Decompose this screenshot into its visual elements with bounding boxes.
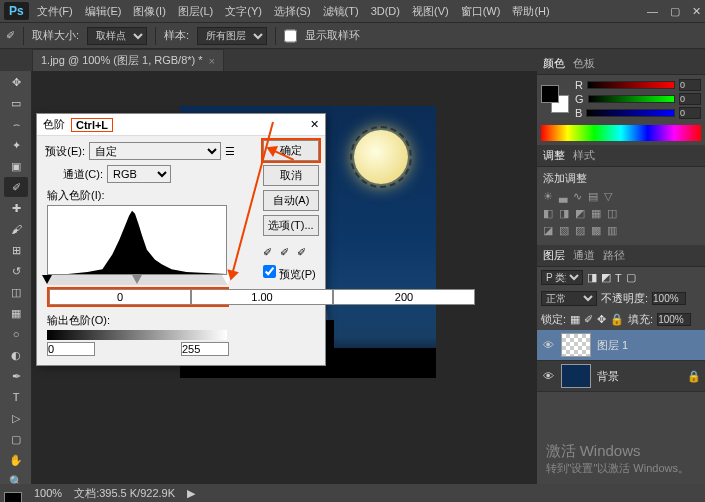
channel-select[interactable]: RGB [107,165,171,183]
shape-tool[interactable]: ▢ [4,429,28,449]
marquee-tool[interactable]: ▭ [4,93,28,113]
menu-file[interactable]: 文件(F) [37,4,73,19]
layer-name[interactable]: 背景 [597,369,619,384]
eyedropper-tool[interactable]: ✐ [4,177,28,197]
posterize-icon[interactable]: ▧ [559,224,569,237]
blur-tool[interactable]: ○ [4,324,28,344]
styles-tab[interactable]: 样式 [573,148,595,163]
menu-view[interactable]: 视图(V) [412,4,449,19]
preset-menu-icon[interactable]: ☰ [225,145,235,158]
crop-tool[interactable]: ▣ [4,156,28,176]
r-slider[interactable] [587,81,675,89]
menu-filter[interactable]: 滤镜(T) [323,4,359,19]
layer-thumb[interactable] [561,333,591,357]
sample-select[interactable]: 所有图层 [197,27,267,45]
menu-select[interactable]: 选择(S) [274,4,311,19]
swatches-tab[interactable]: 色板 [573,56,595,71]
lock-paint-icon[interactable]: ✐ [584,313,593,326]
input-slider[interactable] [47,275,227,285]
text-tool[interactable]: T [4,387,28,407]
sample-size-select[interactable]: 取样点 [87,27,147,45]
filter-icon-3[interactable]: T [615,272,622,284]
menu-layer[interactable]: 图层(L) [178,4,213,19]
gradient-map-icon[interactable]: ▩ [591,224,601,237]
vibrance-icon[interactable]: ▽ [604,190,612,203]
adjustments-tab[interactable]: 调整 [543,148,565,163]
maximize-icon[interactable]: ▢ [670,5,680,18]
layers-tab[interactable]: 图层 [543,248,565,263]
document-info[interactable]: 文档:395.5 K/922.9K [74,486,175,501]
auto-button[interactable]: 自动(A) [263,190,319,211]
menu-window[interactable]: 窗口(W) [461,4,501,19]
menu-type[interactable]: 文字(Y) [225,4,262,19]
exposure-icon[interactable]: ▤ [588,190,598,203]
layer-row-1[interactable]: 👁 图层 1 [537,330,705,361]
eyedropper-black-icon[interactable]: ✐ [263,246,272,259]
lookup-icon[interactable]: ◫ [607,207,617,220]
b-slider[interactable] [586,109,675,117]
blend-mode-select[interactable]: 正常 [541,291,597,306]
zoom-level[interactable]: 100% [34,487,62,499]
menu-3d[interactable]: 3D(D) [371,5,400,17]
threshold-icon[interactable]: ▨ [575,224,585,237]
bw-icon[interactable]: ◨ [559,207,569,220]
heal-tool[interactable]: ✚ [4,198,28,218]
fg-bg-swatch[interactable] [541,85,571,115]
menu-edit[interactable]: 编辑(E) [85,4,122,19]
filter-icon-4[interactable]: ▢ [626,271,636,284]
history-brush-tool[interactable]: ↺ [4,261,28,281]
g-slider[interactable] [588,95,675,103]
photo-filter-icon[interactable]: ◩ [575,207,585,220]
move-tool[interactable]: ✥ [4,72,28,92]
menu-image[interactable]: 图像(I) [133,4,165,19]
eyedropper-gray-icon[interactable]: ✐ [280,246,289,259]
brightness-icon[interactable]: ☀ [543,190,553,203]
midtone-input[interactable] [191,289,333,305]
layer-name[interactable]: 图层 1 [597,338,628,353]
options-button[interactable]: 选项(T)... [263,215,319,236]
filter-icon-2[interactable]: ◩ [601,271,611,284]
curves-icon[interactable]: ∿ [573,190,582,203]
output-high-input[interactable] [181,342,229,356]
wand-tool[interactable]: ✦ [4,135,28,155]
output-low-input[interactable] [47,342,95,356]
visibility-icon[interactable]: 👁 [541,370,555,382]
visibility-icon[interactable]: 👁 [541,339,555,351]
dialog-titlebar[interactable]: 色阶 Ctrl+L ✕ [37,114,325,136]
layer-filter-select[interactable]: P 类型 [541,270,583,285]
invert-icon[interactable]: ◪ [543,224,553,237]
gradient-tool[interactable]: ▦ [4,303,28,323]
g-input[interactable] [679,93,701,105]
shadow-handle[interactable] [42,275,52,284]
output-gradient[interactable] [47,330,227,340]
spectrum-bar[interactable] [541,125,701,141]
close-icon[interactable]: ✕ [692,5,701,18]
paths-tab[interactable]: 路径 [603,248,625,263]
lock-all-icon[interactable]: 🔒 [610,313,624,326]
lasso-tool[interactable]: ⌢ [4,114,28,134]
layer-row-bg[interactable]: 👁 背景 🔒 [537,361,705,392]
brush-tool[interactable]: 🖌 [4,219,28,239]
r-input[interactable] [679,79,701,91]
selective-color-icon[interactable]: ▥ [607,224,617,237]
highlight-input[interactable] [333,289,475,305]
channel-mixer-icon[interactable]: ▦ [591,207,601,220]
hue-icon[interactable]: ◧ [543,207,553,220]
b-input[interactable] [679,107,701,119]
cancel-button[interactable]: 取消 [263,165,319,186]
pen-tool[interactable]: ✒ [4,366,28,386]
tab-close-icon[interactable]: × [209,55,215,67]
shadow-input[interactable] [49,289,191,305]
opacity-input[interactable] [652,292,686,305]
eyedropper-white-icon[interactable]: ✐ [297,246,306,259]
document-tab[interactable]: 1.jpg @ 100% (图层 1, RGB/8*) * × [32,49,224,71]
layer-thumb[interactable] [561,364,591,388]
minimize-icon[interactable]: — [647,5,658,18]
dodge-tool[interactable]: ◐ [4,345,28,365]
preview-checkbox[interactable] [263,265,276,278]
midtone-handle[interactable] [132,275,142,284]
hand-tool[interactable]: ✋ [4,450,28,470]
lock-pixels-icon[interactable]: ▦ [570,313,580,326]
levels-icon[interactable]: ▃ [559,190,567,203]
dialog-close-icon[interactable]: ✕ [310,118,319,131]
